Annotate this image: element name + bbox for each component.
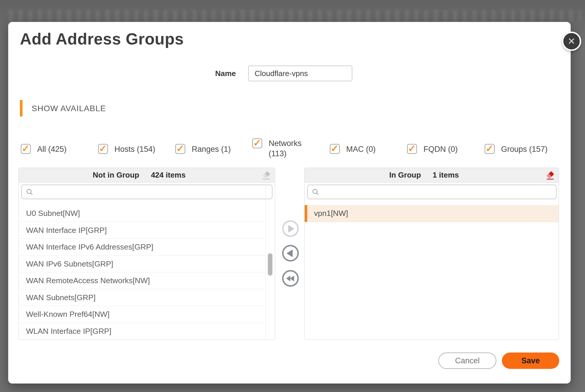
search-input[interactable]: [34, 185, 272, 199]
panel-title: Not in Group: [93, 171, 139, 180]
filter-label: Hosts (154): [114, 144, 155, 154]
name-input[interactable]: [248, 66, 352, 81]
list-item[interactable]: WLAN Interface IP[GRP]: [19, 323, 265, 340]
move-left-button[interactable]: [282, 245, 299, 262]
clear-right-selection-button[interactable]: [545, 170, 556, 181]
not-in-group-header: Not in Group 424 items: [19, 168, 275, 183]
panel-count: 424 items: [151, 171, 186, 180]
filter-checkbox[interactable]: ✓: [21, 144, 31, 154]
not-in-group-panel: Not in Group 424 items U0 Subnet[NW]WA: [18, 168, 275, 340]
filter-label: Networks (113): [269, 138, 307, 159]
background-texture: [4, 10, 581, 22]
search-icon: [312, 188, 320, 196]
section-label: SHOW AVAILABLE: [32, 104, 106, 113]
in-group-list: vpn1[NW]: [305, 205, 559, 339]
filter-checkbox[interactable]: ✓: [407, 144, 417, 154]
check-icon: ✓: [176, 143, 184, 154]
filter-label: MAC (0): [346, 144, 376, 154]
double-arrow-left-icon: [286, 276, 294, 281]
arrow-left-icon: [287, 250, 293, 257]
save-button[interactable]: Save: [502, 353, 559, 369]
in-group-panel: In Group 1 items vpn1[NW]: [304, 168, 559, 340]
list-item[interactable]: WAN Subnets[GRP]: [19, 289, 265, 306]
check-icon: ✓: [22, 143, 30, 154]
filter-label: FQDN (0): [423, 144, 458, 154]
move-all-left-button[interactable]: [282, 270, 299, 287]
list-item[interactable]: WAN RemoteAccess Networks[NW]: [19, 272, 265, 289]
list-item[interactable]: U0 Subnet[NW]: [19, 205, 265, 222]
move-right-button[interactable]: [282, 220, 299, 237]
eraser-icon: [261, 170, 272, 181]
check-icon: ✓: [331, 143, 339, 154]
scrollbar-track[interactable]: [265, 183, 266, 339]
eraser-icon: [545, 170, 556, 181]
panel-title: In Group: [389, 171, 421, 180]
filter-label: All (425): [37, 144, 67, 154]
search-input[interactable]: [320, 185, 556, 199]
list-item[interactable]: WAN IPv6 Subnets[GRP]: [19, 256, 265, 273]
check-icon: ✓: [486, 143, 494, 154]
name-label: Name: [176, 66, 236, 81]
clear-left-selection-button[interactable]: [261, 170, 272, 181]
not-in-group-list: U0 Subnet[NW]WAN Interface IP[GRP]WAN In…: [19, 205, 265, 339]
left-search: [21, 185, 272, 199]
check-icon: ✓: [253, 138, 261, 148]
filter-checkbox[interactable]: ✓: [485, 144, 495, 154]
list-item[interactable]: WAN Interface IPv6 Addresses[GRP]: [19, 239, 265, 256]
filter-item: ✓ Hosts (154): [98, 144, 155, 154]
filter-label: Groups (157): [501, 144, 548, 154]
dialog-title: Add Address Groups: [20, 30, 184, 48]
panel-count: 1 items: [433, 171, 459, 180]
list-item-selected[interactable]: vpn1[NW]: [305, 205, 559, 222]
filter-item: ✓ FQDN (0): [407, 144, 458, 154]
filter-item: ✓ All (425): [21, 144, 67, 154]
add-address-groups-dialog: ✕ Add Address Groups Name SHOW AVAILABLE…: [8, 22, 571, 384]
filter-item: ✓ MAC (0): [330, 144, 376, 154]
filter-checkbox[interactable]: ✓: [330, 144, 340, 154]
right-search: [307, 185, 557, 199]
filter-checkbox[interactable]: ✓: [252, 138, 262, 148]
close-button[interactable]: ✕: [562, 32, 581, 51]
cancel-button[interactable]: Cancel: [438, 353, 496, 369]
section-accent-bar: [20, 100, 23, 116]
filter-item: ✓ Groups (157): [485, 144, 548, 154]
filter-item: ✓ Networks (113): [252, 138, 307, 159]
search-icon: [26, 188, 34, 196]
scrollbar-thumb[interactable]: [268, 253, 272, 276]
filter-label: Ranges (1): [192, 144, 231, 154]
list-item[interactable]: Well-Known Pref64[NW]: [19, 306, 265, 323]
list-item[interactable]: WAN Interface IP[GRP]: [19, 222, 265, 239]
filter-checkbox[interactable]: ✓: [175, 144, 185, 154]
check-icon: ✓: [99, 143, 107, 154]
check-icon: ✓: [408, 143, 416, 154]
in-group-header: In Group 1 items: [305, 168, 559, 183]
filter-checkbox[interactable]: ✓: [98, 144, 108, 154]
filter-item: ✓ Ranges (1): [175, 144, 231, 154]
arrow-right-icon: [288, 225, 294, 233]
